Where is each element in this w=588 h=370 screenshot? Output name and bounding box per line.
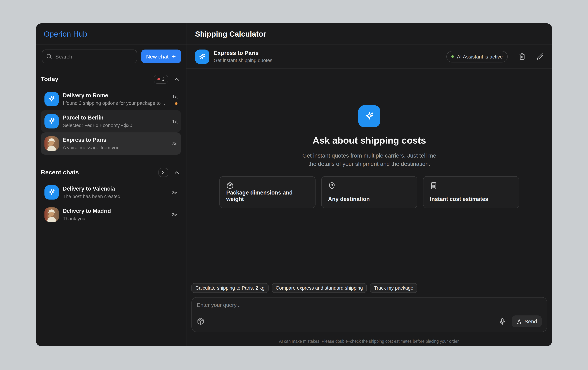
package-icon bbox=[226, 182, 234, 189]
send-plane-icon bbox=[516, 318, 522, 324]
section-today: Today 3 Delivery to Rome I found 3 shipp… bbox=[36, 68, 186, 160]
chat-item-title: Express to Paris bbox=[63, 137, 168, 143]
unread-count-badge: 3 bbox=[154, 75, 168, 84]
search-icon bbox=[46, 53, 52, 60]
chat-item-time: 2м bbox=[172, 212, 178, 218]
suggestion-chip[interactable]: Track my package bbox=[370, 283, 417, 293]
chat-item-subtitle: Selected: FedEx Economy • $30 bbox=[63, 123, 168, 128]
chat-item-meta: 3d bbox=[172, 141, 178, 146]
chat-content: Ask about shipping costs Get instant quo… bbox=[187, 68, 552, 346]
search-input[interactable] bbox=[42, 50, 137, 63]
chat-header-text: Express to Paris Get instant shipping qu… bbox=[214, 50, 442, 63]
section-title: Recent chats bbox=[41, 169, 158, 176]
chat-item-time: 1д bbox=[172, 119, 178, 124]
chat-item-subtitle: The post has been created bbox=[63, 194, 168, 199]
feature-label: Package dimensions and weight bbox=[226, 189, 309, 202]
search-row: New chat bbox=[36, 45, 186, 68]
message-input-box: Send bbox=[191, 297, 547, 332]
user-photo-avatar bbox=[44, 136, 59, 151]
screen: Operion Hub New chat Today bbox=[0, 0, 588, 370]
badge-count: 2 bbox=[162, 170, 165, 175]
query-input[interactable] bbox=[197, 302, 542, 316]
new-chat-label: New chat bbox=[146, 53, 168, 59]
user-photo-avatar bbox=[44, 207, 59, 222]
app-window: Operion Hub New chat Today bbox=[36, 23, 552, 346]
flex-spacer bbox=[187, 208, 552, 283]
empty-state: Ask about shipping costs Get instant quo… bbox=[187, 105, 552, 208]
ai-status-label: AI Assistant is active bbox=[457, 54, 503, 59]
ai-disclaimer: AI can make mistakes. Please double–chec… bbox=[191, 339, 547, 346]
empty-state-title: Ask about shipping costs bbox=[313, 135, 426, 146]
ai-sparkle-avatar bbox=[195, 49, 209, 64]
chat-item-body: Delivery to Rome I found 3 shipping opti… bbox=[63, 92, 168, 106]
send-label: Send bbox=[525, 318, 537, 325]
input-actions: Send bbox=[197, 316, 542, 327]
chat-item-time: 1д bbox=[172, 94, 178, 99]
chat-item-delivery-to-rome[interactable]: Delivery to Rome I found 3 shipping opti… bbox=[41, 88, 181, 110]
sidebar-header: Operion Hub bbox=[36, 23, 186, 45]
chat-item-time: 3d bbox=[172, 141, 178, 146]
main-header: Shipping Calculator bbox=[187, 23, 552, 45]
chat-item-body: Delivery to Madrid Thank you! bbox=[63, 208, 168, 221]
hero-sparkle-icon bbox=[358, 105, 380, 127]
empty-state-description: Get instant quotes from multiple carrier… bbox=[303, 152, 436, 168]
section-today-header: Today 3 bbox=[41, 70, 181, 88]
feature-label: Any destination bbox=[328, 196, 410, 202]
collapse-chevron-up-icon[interactable] bbox=[173, 169, 180, 176]
badge-count: 3 bbox=[162, 76, 165, 82]
feature-card-destination[interactable]: Any destination bbox=[321, 176, 417, 208]
package-attach-icon[interactable] bbox=[197, 318, 204, 325]
chat-sections: Today 3 Delivery to Rome I found 3 shipp… bbox=[36, 68, 186, 346]
chat-item-body: Express to Paris A voice message from yo… bbox=[63, 137, 168, 150]
send-button[interactable]: Send bbox=[512, 316, 542, 327]
chat-item-subtitle: Thank you! bbox=[63, 216, 168, 221]
suggestion-chips: Calculate shipping to Paris, 2 kg Compar… bbox=[191, 283, 547, 293]
microphone-icon[interactable] bbox=[499, 318, 506, 325]
feature-card-estimates[interactable]: Instant cost estimates bbox=[423, 176, 519, 208]
main-panel: Shipping Calculator Express to Paris Get… bbox=[187, 23, 552, 346]
unread-dot bbox=[175, 102, 178, 105]
chat-item-subtitle: A voice message from you bbox=[63, 145, 168, 150]
feature-label: Instant cost estimates bbox=[430, 196, 512, 202]
chat-item-title: Delivery to Rome bbox=[63, 92, 168, 99]
section-recent-header: Recent chats 2 bbox=[41, 164, 181, 181]
calculator-icon bbox=[430, 182, 437, 189]
page-title: Shipping Calculator bbox=[195, 30, 266, 38]
suggestion-chip[interactable]: Calculate shipping to Paris, 2 kg bbox=[191, 283, 269, 293]
ai-sparkle-avatar bbox=[44, 185, 59, 199]
chat-item-meta: 2м bbox=[172, 189, 178, 195]
chat-item-delivery-to-madrid[interactable]: Delivery to Madrid Thank you! 2м bbox=[41, 204, 181, 226]
chat-item-title: Delivery to Madrid bbox=[63, 208, 168, 214]
chat-header: Express to Paris Get instant shipping qu… bbox=[187, 45, 552, 68]
description-line-2: the details of your shipment and the des… bbox=[303, 160, 436, 168]
section-recent-chats: Recent chats 2 Delivery to Valencia The … bbox=[36, 162, 186, 231]
plus-icon bbox=[171, 54, 176, 59]
chat-item-express-to-paris[interactable]: Express to Paris A voice message from yo… bbox=[41, 132, 181, 155]
collapse-chevron-up-icon[interactable] bbox=[173, 76, 180, 83]
ai-sparkle-avatar bbox=[44, 114, 59, 129]
edit-pencil-icon[interactable] bbox=[537, 53, 544, 60]
chat-item-meta: 1д bbox=[172, 119, 178, 124]
chat-item-time: 2м bbox=[172, 190, 178, 195]
online-dot bbox=[452, 55, 454, 58]
new-chat-button[interactable]: New chat bbox=[141, 50, 181, 63]
app-title: Operion Hub bbox=[44, 30, 87, 38]
count-badge: 2 bbox=[158, 168, 168, 177]
map-pin-icon bbox=[328, 182, 336, 189]
chat-item-body: Parcel to Berlin Selected: FedEx Economy… bbox=[63, 114, 168, 128]
suggestion-chip[interactable]: Compare express and standard shipping bbox=[272, 283, 367, 293]
trash-icon[interactable] bbox=[519, 53, 526, 60]
chat-item-parcel-to-berlin[interactable]: Parcel to Berlin Selected: FedEx Economy… bbox=[41, 110, 181, 132]
chat-item-title: Delivery to Valencia bbox=[63, 185, 168, 192]
alert-dot bbox=[158, 78, 160, 80]
ai-status-badge: AI Assistant is active bbox=[447, 51, 508, 62]
chat-item-meta: 2м bbox=[172, 212, 178, 218]
description-line-1: Get instant quotes from multiple carrier… bbox=[303, 152, 436, 160]
chat-title: Express to Paris bbox=[214, 50, 442, 56]
chat-item-body: Delivery to Valencia The post has been c… bbox=[63, 185, 168, 199]
feature-card-package[interactable]: Package dimensions and weight bbox=[220, 176, 315, 208]
chat-item-meta: 1д bbox=[172, 94, 178, 105]
chat-subtitle: Get instant shipping quotes bbox=[214, 58, 442, 63]
sidebar: Operion Hub New chat Today bbox=[36, 23, 187, 346]
chat-item-delivery-to-valencia[interactable]: Delivery to Valencia The post has been c… bbox=[41, 181, 181, 204]
